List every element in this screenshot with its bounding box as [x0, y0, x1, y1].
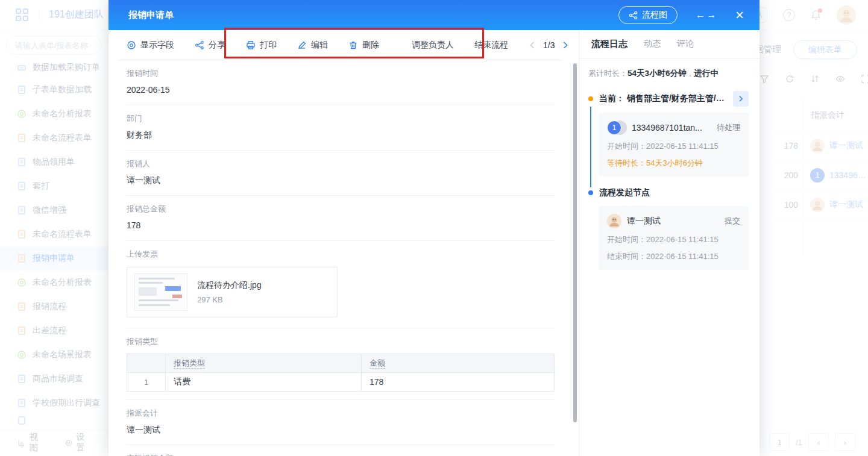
tab-comments[interactable]: 评论 [677, 39, 694, 49]
wait-duration: 等待时长：54天3小时6分钟 [607, 158, 740, 169]
subtable-index-header [127, 354, 166, 373]
edit-button[interactable]: 编辑 [297, 40, 328, 51]
tab-flow-log[interactable]: 流程日志 [591, 39, 627, 50]
expand-width-icon[interactable]: ←→ [696, 10, 717, 20]
attachment-filename: 流程待办介绍.jpg [197, 280, 262, 291]
scrollbar-thumb[interactable] [573, 63, 577, 422]
attachment-filesize: 297 KB [197, 295, 262, 304]
share-icon [195, 40, 204, 50]
assignee-avatar-stack: 1 [607, 120, 626, 135]
field-row: 指派会计 谭一测试 [127, 400, 555, 445]
next-record-icon[interactable] [562, 41, 569, 49]
delete-button[interactable]: 删除 [348, 40, 379, 51]
field-row: 报销时间 2022-06-15 [127, 60, 555, 105]
start-node-bullet [588, 190, 593, 195]
start-node-row: 流程发起节点 [588, 187, 749, 198]
attachment-card[interactable]: 流程待办介绍.jpg 297 KB [127, 267, 338, 317]
subtable-type-header: 报销类型 [166, 354, 362, 373]
adjust-owner-button[interactable]: 调整负责人 [412, 40, 454, 51]
submit-status: 提交 [725, 216, 740, 226]
start-time: 开始时间：2022-06-15 11:41:15 [607, 141, 740, 152]
current-node-row: 当前： 销售部主管/财务部主管/人... [588, 91, 749, 107]
flow-timeline: 当前： 销售部主管/财务部主管/人... 1 [588, 91, 749, 270]
end-time: 结束时间：2022-06-15 11:41:15 [607, 251, 740, 262]
modal-title: 报销申请单 [128, 10, 174, 21]
flow-log-panel: 流程日志 动态 评论 累计时长：54天3小时6分钟，进行中 当前： 销售部主管/… [579, 30, 760, 456]
close-icon[interactable]: × [735, 8, 744, 22]
submitter-name: 谭一测试 [627, 216, 719, 226]
expand-node-button[interactable] [733, 91, 749, 107]
pencil-icon [297, 40, 307, 50]
record-pagination: 1/3 [529, 40, 569, 50]
modal-header: 报销申请单 流程图 ←→ × [108, 0, 760, 30]
display-fields-button[interactable]: 显示字段 [127, 40, 174, 51]
chevron-right-icon [738, 95, 744, 102]
trash-icon [348, 40, 358, 50]
panel-tabs: 流程日志 动态 评论 [579, 30, 760, 58]
subtable-row: 1 话费 178 [127, 373, 555, 392]
attachment-thumbnail [134, 273, 187, 311]
end-flow-button[interactable]: 结束流程 [474, 40, 508, 51]
flowchart-icon [629, 11, 638, 20]
expense-type-table: 报销类型 金额 1 话费 178 [127, 354, 555, 392]
start-node-card: 谭一测试 提交 开始时间：2022-06-15 11:41:15 结束时间：20… [599, 206, 749, 270]
current-task-card: 1 13349687101tan... 待处理 开始时间：2022-06-15 … [599, 113, 749, 176]
prev-record-icon[interactable] [529, 41, 536, 49]
printer-icon [246, 40, 256, 50]
total-duration: 累计时长：54天3小时6分钟，进行中 [588, 68, 749, 79]
flowchart-button[interactable]: 流程图 [618, 6, 678, 24]
timeline-segment: 1 13349687101tan... 待处理 开始时间：2022-06-15 … [590, 107, 749, 187]
display-fields-icon [127, 40, 136, 50]
field-row-attachment: 上传发票 流程待办介绍.jpg 297 KB [127, 241, 555, 328]
task-status: 待处理 [717, 122, 740, 133]
field-row: 报销人 谭一测试 [127, 151, 555, 196]
tab-activity[interactable]: 动态 [644, 39, 661, 49]
subtable-amount-header: 金额 [362, 354, 555, 373]
record-toolbar: 显示字段 分享 打印 编辑 删除 [108, 30, 579, 60]
record-fields: 报销时间 2022-06-15 部门 财务部 报销人 谭一测试 报销总金额 17… [108, 60, 579, 456]
record-page-indicator: 1/3 [543, 40, 555, 50]
field-row-subtable: 报销类型 报销类型 金额 1 话费 178 [127, 328, 555, 400]
share-button[interactable]: 分享 [195, 40, 225, 51]
field-row: 部门 财务部 [127, 105, 555, 151]
record-detail-main: 显示字段 分享 打印 编辑 删除 [108, 30, 579, 456]
field-row: 实际报销金额 178 [127, 445, 555, 456]
current-node-bullet [588, 96, 593, 101]
record-detail-modal: 报销申请单 流程图 ←→ × 显示字段 分享 [108, 0, 760, 456]
submitter-avatar [607, 214, 621, 228]
assignee-name: 13349687101tan... [632, 123, 711, 133]
print-button[interactable]: 打印 [246, 40, 277, 51]
start-time: 开始时间：2022-06-15 11:41:15 [607, 234, 740, 245]
field-row: 报销总金额 178 [127, 196, 555, 241]
